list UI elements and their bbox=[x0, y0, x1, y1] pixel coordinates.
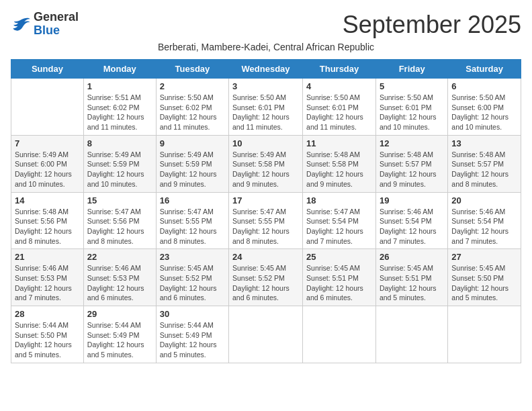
month-title: September 2025 bbox=[343, 11, 521, 39]
day-of-week-thursday: Thursday bbox=[303, 60, 376, 79]
day-info: Sunrise: 5:44 AM Sunset: 5:50 PM Dayligh… bbox=[15, 320, 80, 360]
day-info: Sunrise: 5:48 AM Sunset: 5:57 PM Dayligh… bbox=[451, 150, 517, 189]
day-info: Sunrise: 5:45 AM Sunset: 5:52 PM Dayligh… bbox=[232, 263, 299, 303]
day-info: Sunrise: 5:47 AM Sunset: 5:56 PM Dayligh… bbox=[87, 207, 152, 246]
day-info: Sunrise: 5:47 AM Sunset: 5:55 PM Dayligh… bbox=[160, 207, 225, 246]
logo-general-text: General bbox=[34, 11, 79, 24]
calendar-cell: 21Sunrise: 5:46 AM Sunset: 5:53 PM Dayli… bbox=[11, 249, 84, 306]
calendar-cell bbox=[448, 306, 521, 363]
calendar-cell: 10Sunrise: 5:49 AM Sunset: 5:58 PM Dayli… bbox=[229, 135, 303, 192]
day-number: 23 bbox=[160, 252, 225, 262]
day-info: Sunrise: 5:50 AM Sunset: 6:01 PM Dayligh… bbox=[232, 93, 299, 132]
calendar-cell: 13Sunrise: 5:48 AM Sunset: 5:57 PM Dayli… bbox=[448, 135, 521, 192]
day-number: 30 bbox=[160, 309, 225, 319]
day-number: 28 bbox=[15, 309, 80, 319]
calendar-cell: 27Sunrise: 5:45 AM Sunset: 5:50 PM Dayli… bbox=[448, 249, 521, 306]
day-number: 27 bbox=[451, 252, 517, 262]
day-info: Sunrise: 5:49 AM Sunset: 6:00 PM Dayligh… bbox=[15, 150, 80, 189]
day-info: Sunrise: 5:48 AM Sunset: 5:58 PM Dayligh… bbox=[306, 150, 372, 189]
day-number: 16 bbox=[160, 195, 225, 205]
calendar-cell: 12Sunrise: 5:48 AM Sunset: 5:57 PM Dayli… bbox=[375, 135, 447, 192]
day-number: 15 bbox=[87, 195, 152, 205]
calendar-cell: 29Sunrise: 5:44 AM Sunset: 5:49 PM Dayli… bbox=[83, 306, 156, 363]
calendar-cell bbox=[229, 306, 303, 363]
calendar-cell: 22Sunrise: 5:46 AM Sunset: 5:53 PM Dayli… bbox=[83, 249, 156, 306]
calendar-week-row: 21Sunrise: 5:46 AM Sunset: 5:53 PM Dayli… bbox=[11, 249, 521, 306]
header: General Blue September 2025 bbox=[11, 11, 521, 39]
day-info: Sunrise: 5:49 AM Sunset: 5:58 PM Dayligh… bbox=[232, 150, 299, 189]
calendar-cell: 11Sunrise: 5:48 AM Sunset: 5:58 PM Dayli… bbox=[303, 135, 376, 192]
calendar-cell: 2Sunrise: 5:50 AM Sunset: 6:02 PM Daylig… bbox=[156, 79, 228, 136]
day-number: 2 bbox=[160, 81, 225, 91]
day-number: 4 bbox=[306, 81, 372, 91]
day-of-week-friday: Friday bbox=[375, 60, 447, 79]
calendar-cell: 1Sunrise: 5:51 AM Sunset: 6:02 PM Daylig… bbox=[83, 79, 156, 136]
day-number: 19 bbox=[380, 195, 444, 205]
day-of-week-sunday: Sunday bbox=[11, 60, 84, 79]
calendar-cell: 25Sunrise: 5:45 AM Sunset: 5:51 PM Dayli… bbox=[303, 249, 376, 306]
calendar-cell: 8Sunrise: 5:49 AM Sunset: 5:59 PM Daylig… bbox=[83, 135, 156, 192]
calendar-table: SundayMondayTuesdayWednesdayThursdayFrid… bbox=[11, 59, 521, 363]
day-number: 9 bbox=[160, 138, 225, 148]
day-info: Sunrise: 5:46 AM Sunset: 5:54 PM Dayligh… bbox=[380, 207, 444, 246]
day-number: 5 bbox=[380, 81, 444, 91]
calendar-cell: 23Sunrise: 5:45 AM Sunset: 5:52 PM Dayli… bbox=[156, 249, 228, 306]
calendar-week-row: 1Sunrise: 5:51 AM Sunset: 6:02 PM Daylig… bbox=[11, 79, 521, 136]
day-info: Sunrise: 5:47 AM Sunset: 5:55 PM Dayligh… bbox=[232, 207, 299, 246]
day-info: Sunrise: 5:45 AM Sunset: 5:50 PM Dayligh… bbox=[451, 263, 517, 303]
logo: General Blue bbox=[11, 11, 79, 38]
day-number: 3 bbox=[232, 81, 299, 91]
subtitle: Berberati, Mambere-Kadei, Central Africa… bbox=[11, 42, 521, 52]
day-number: 7 bbox=[15, 138, 80, 148]
day-of-week-monday: Monday bbox=[83, 60, 156, 79]
calendar-cell: 24Sunrise: 5:45 AM Sunset: 5:52 PM Dayli… bbox=[229, 249, 303, 306]
day-info: Sunrise: 5:46 AM Sunset: 5:53 PM Dayligh… bbox=[15, 263, 80, 303]
calendar-cell bbox=[303, 306, 376, 363]
day-number: 10 bbox=[232, 138, 299, 148]
day-info: Sunrise: 5:44 AM Sunset: 5:49 PM Dayligh… bbox=[160, 320, 225, 360]
day-number: 17 bbox=[232, 195, 299, 205]
day-info: Sunrise: 5:48 AM Sunset: 5:57 PM Dayligh… bbox=[380, 150, 444, 189]
day-info: Sunrise: 5:50 AM Sunset: 6:01 PM Dayligh… bbox=[306, 93, 372, 132]
day-number: 14 bbox=[15, 195, 80, 205]
calendar-cell: 26Sunrise: 5:45 AM Sunset: 5:51 PM Dayli… bbox=[375, 249, 447, 306]
calendar-cell: 14Sunrise: 5:48 AM Sunset: 5:56 PM Dayli… bbox=[11, 192, 84, 249]
calendar-cell: 18Sunrise: 5:47 AM Sunset: 5:54 PM Dayli… bbox=[303, 192, 376, 249]
day-number: 29 bbox=[87, 309, 152, 319]
calendar-header-row: SundayMondayTuesdayWednesdayThursdayFrid… bbox=[11, 60, 521, 79]
day-info: Sunrise: 5:50 AM Sunset: 6:01 PM Dayligh… bbox=[380, 93, 444, 132]
calendar-cell: 5Sunrise: 5:50 AM Sunset: 6:01 PM Daylig… bbox=[375, 79, 447, 136]
day-number: 22 bbox=[87, 252, 152, 262]
day-info: Sunrise: 5:44 AM Sunset: 5:49 PM Dayligh… bbox=[87, 320, 152, 360]
calendar-cell: 9Sunrise: 5:49 AM Sunset: 5:59 PM Daylig… bbox=[156, 135, 228, 192]
calendar-cell: 30Sunrise: 5:44 AM Sunset: 5:49 PM Dayli… bbox=[156, 306, 228, 363]
day-number: 21 bbox=[15, 252, 80, 262]
calendar-week-row: 7Sunrise: 5:49 AM Sunset: 6:00 PM Daylig… bbox=[11, 135, 521, 192]
calendar-cell: 4Sunrise: 5:50 AM Sunset: 6:01 PM Daylig… bbox=[303, 79, 376, 136]
day-number: 25 bbox=[306, 252, 372, 262]
calendar-cell: 28Sunrise: 5:44 AM Sunset: 5:50 PM Dayli… bbox=[11, 306, 84, 363]
day-number: 6 bbox=[451, 81, 517, 91]
logo-blue-text: Blue bbox=[34, 24, 79, 38]
day-info: Sunrise: 5:50 AM Sunset: 6:02 PM Dayligh… bbox=[160, 93, 225, 132]
day-info: Sunrise: 5:49 AM Sunset: 5:59 PM Dayligh… bbox=[160, 150, 225, 189]
day-of-week-tuesday: Tuesday bbox=[156, 60, 228, 79]
day-number: 13 bbox=[451, 138, 517, 148]
logo-bird-icon bbox=[12, 17, 31, 32]
day-of-week-saturday: Saturday bbox=[448, 60, 521, 79]
day-info: Sunrise: 5:47 AM Sunset: 5:54 PM Dayligh… bbox=[306, 207, 372, 246]
day-number: 11 bbox=[306, 138, 372, 148]
day-number: 18 bbox=[306, 195, 372, 205]
day-number: 26 bbox=[380, 252, 444, 262]
calendar-cell bbox=[11, 79, 84, 136]
day-info: Sunrise: 5:45 AM Sunset: 5:52 PM Dayligh… bbox=[160, 263, 225, 303]
day-info: Sunrise: 5:45 AM Sunset: 5:51 PM Dayligh… bbox=[306, 263, 372, 303]
day-number: 8 bbox=[87, 138, 152, 148]
calendar-cell: 19Sunrise: 5:46 AM Sunset: 5:54 PM Dayli… bbox=[375, 192, 447, 249]
day-number: 12 bbox=[380, 138, 444, 148]
day-info: Sunrise: 5:49 AM Sunset: 5:59 PM Dayligh… bbox=[87, 150, 152, 189]
calendar-cell: 15Sunrise: 5:47 AM Sunset: 5:56 PM Dayli… bbox=[83, 192, 156, 249]
day-info: Sunrise: 5:51 AM Sunset: 6:02 PM Dayligh… bbox=[87, 93, 152, 132]
day-info: Sunrise: 5:50 AM Sunset: 6:00 PM Dayligh… bbox=[451, 93, 517, 132]
calendar-week-row: 28Sunrise: 5:44 AM Sunset: 5:50 PM Dayli… bbox=[11, 306, 521, 363]
